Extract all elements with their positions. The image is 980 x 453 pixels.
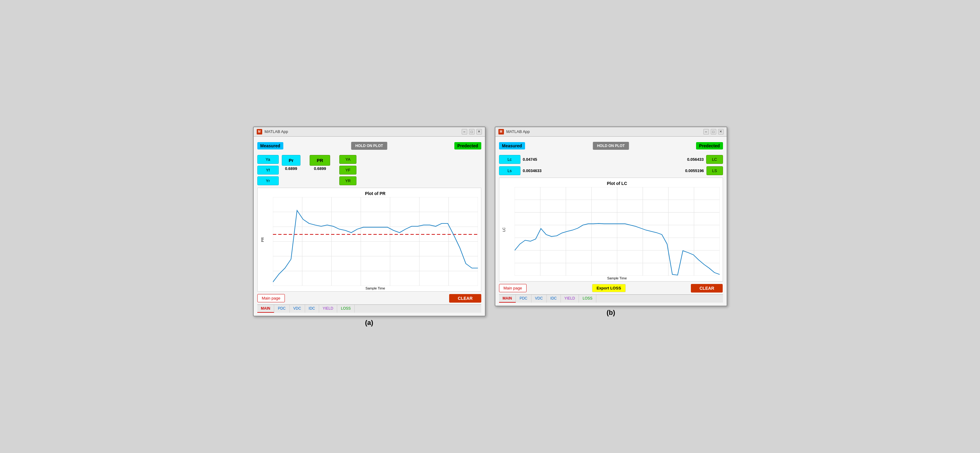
hold-on-plot-btn-a[interactable]: HOLD ON PLOT	[351, 142, 387, 150]
plot-title-a: Plot of PR	[273, 191, 478, 196]
close-btn-b[interactable]: ✕	[718, 129, 724, 135]
YA-btn[interactable]: YA	[339, 155, 356, 164]
tab-idc-b[interactable]: IDC	[547, 295, 561, 303]
measured-buttons-b: Lc 0.04745 Ls 0.0034633	[499, 155, 544, 175]
window-b: M MATLAB App ‒ □ ✕ Measured HOLD ON PLOT…	[495, 127, 727, 306]
tab-bar-a: MAIN PDC VDC IDC YIELD LOSS	[257, 304, 481, 313]
LS-row: 0.0055196 LS	[685, 166, 723, 175]
window-controls-a: ‒ □ ✕	[462, 129, 482, 135]
lc-btn[interactable]: Lc	[499, 155, 520, 164]
maximize-btn-b[interactable]: □	[711, 129, 716, 135]
pr-group: Pr 0.6899	[282, 155, 301, 171]
tab-yield-b[interactable]: YIELD	[561, 295, 579, 303]
chart-svg-b: 0.14 0.12 0.1 0.08 0.06 0.04 0.02 0 0 5 …	[515, 187, 720, 276]
minimize-btn-b[interactable]: ‒	[703, 129, 709, 135]
lc-value: 0.04745	[523, 157, 544, 162]
close-btn-a[interactable]: ✕	[476, 129, 482, 135]
plot-b: Plot of LC LC	[499, 177, 723, 282]
y-axis-label-b: LC	[502, 227, 506, 231]
yr-btn[interactable]: Yr	[257, 176, 279, 185]
tab-main-a[interactable]: MAIN	[257, 305, 274, 313]
measured-buttons-a: Ya Yf Yr	[257, 155, 279, 185]
measured-badge-b: Measured	[499, 142, 525, 149]
tab-bar-b: MAIN PDC VDC IDC YIELD LOSS	[499, 295, 723, 303]
figure-b-wrapper: M MATLAB App ‒ □ ✕ Measured HOLD ON PLOT…	[495, 127, 727, 317]
YR-btn[interactable]: YR	[339, 176, 356, 185]
tab-main-b[interactable]: MAIN	[499, 295, 516, 303]
predicted-buttons-b: 0.056433 LC 0.0055196 LS	[685, 155, 723, 175]
plot-a: Plot of PR PR	[257, 188, 481, 291]
ya-btn[interactable]: Ya	[257, 155, 279, 164]
ls-row: Ls 0.0034633	[499, 166, 544, 175]
PR-value: 0.6899	[310, 166, 330, 171]
tab-loss-a[interactable]: LOSS	[337, 305, 355, 313]
chart-container-b: 0.14 0.12 0.1 0.08 0.06 0.04 0.02 0 0 5 …	[515, 187, 720, 276]
minimize-btn-a[interactable]: ‒	[462, 129, 467, 135]
chart-svg-a: 0 5 10 15 20 25 30 35 0.9 0.85 0.8	[273, 197, 478, 286]
window-a: M MATLAB App ‒ □ ✕ Measured HOLD ON PLOT…	[253, 127, 485, 316]
LS-value: 0.0055196	[685, 168, 704, 173]
export-loss-btn[interactable]: Export LOSS	[592, 284, 626, 292]
bottom-bar-a: Main page CLEAR	[257, 294, 481, 303]
clear-btn-b[interactable]: CLEAR	[691, 284, 723, 293]
tab-yield-a[interactable]: YIELD	[319, 305, 337, 313]
yf-btn[interactable]: Yf	[257, 166, 279, 174]
tab-idc-a[interactable]: IDC	[305, 305, 319, 313]
app-content-a: Measured HOLD ON PLOT Predected Ya Yf Yr…	[254, 137, 485, 316]
figure-a-wrapper: M MATLAB App ‒ □ ✕ Measured HOLD ON PLOT…	[253, 127, 485, 327]
tab-vdc-a[interactable]: VDC	[290, 305, 305, 313]
title-bar-b: M MATLAB App ‒ □ ✕	[495, 127, 727, 137]
chart-container-a: 0 5 10 15 20 25 30 35 0.9 0.85 0.8	[273, 197, 478, 286]
pr-btn[interactable]: Pr	[282, 155, 301, 166]
bottom-bar-b: Main page Export LOSS CLEAR	[499, 284, 723, 293]
matlab-icon-b: M	[498, 129, 504, 135]
matlab-icon-a: M	[257, 129, 262, 135]
app-content-b: Measured HOLD ON PLOT Predected Lc 0.047…	[495, 137, 727, 306]
predicted-badge-a: Predected	[454, 142, 481, 149]
pr-value: 0.6899	[285, 166, 298, 171]
window-title-b: MATLAB App	[506, 129, 701, 134]
LC-row: 0.056433 LC	[685, 155, 723, 164]
figure-label-b: (b)	[606, 309, 615, 317]
plot-title-b: Plot of LC	[515, 181, 720, 186]
figure-label-a: (a)	[365, 319, 373, 327]
controls-b: Lc 0.04745 Ls 0.0034633 0.056433 LC	[499, 155, 723, 175]
ls-value: 0.0034633	[523, 168, 544, 173]
PR-group: PR 0.6899	[310, 155, 330, 171]
top-bar-b: Measured HOLD ON PLOT Predected	[499, 140, 723, 152]
window-title-a: MATLAB App	[265, 129, 459, 134]
lc-row: Lc 0.04745	[499, 155, 544, 164]
top-bar-a: Measured HOLD ON PLOT Predected	[257, 140, 481, 152]
main-page-btn-b[interactable]: Main page	[499, 284, 527, 292]
LC-value: 0.056433	[687, 157, 704, 162]
outer-container: M MATLAB App ‒ □ ✕ Measured HOLD ON PLOT…	[253, 127, 727, 327]
tab-loss-b[interactable]: LOSS	[579, 295, 596, 303]
x-axis-label-b: Sample Time	[515, 276, 720, 280]
measured-badge-a: Measured	[257, 142, 283, 149]
clear-btn-a[interactable]: CLEAR	[449, 294, 481, 303]
ls-btn[interactable]: Ls	[499, 166, 520, 175]
maximize-btn-a[interactable]: □	[469, 129, 474, 135]
controls-a: Ya Yf Yr Pr 0.6899 PR 0.6899 YA YF	[257, 155, 481, 185]
window-controls-b: ‒ □ ✕	[703, 129, 724, 135]
tab-pdc-b[interactable]: PDC	[516, 295, 531, 303]
y-axis-label-a: PR	[260, 237, 264, 242]
tab-vdc-b[interactable]: VDC	[531, 295, 547, 303]
tab-pdc-a[interactable]: PDC	[274, 305, 290, 313]
predicted-buttons-a: YA YF YR	[339, 155, 356, 185]
PR-btn[interactable]: PR	[310, 155, 330, 166]
predicted-badge-b: Predected	[696, 142, 723, 149]
x-axis-label-a: Sample Time	[273, 287, 478, 290]
title-bar-a: M MATLAB App ‒ □ ✕	[254, 127, 485, 137]
main-page-btn-a[interactable]: Main page	[257, 294, 285, 302]
LS-btn[interactable]: LS	[706, 166, 723, 175]
LC-btn[interactable]: LC	[706, 155, 723, 164]
YF-btn[interactable]: YF	[339, 166, 356, 174]
hold-on-plot-btn-b[interactable]: HOLD ON PLOT	[593, 142, 629, 150]
